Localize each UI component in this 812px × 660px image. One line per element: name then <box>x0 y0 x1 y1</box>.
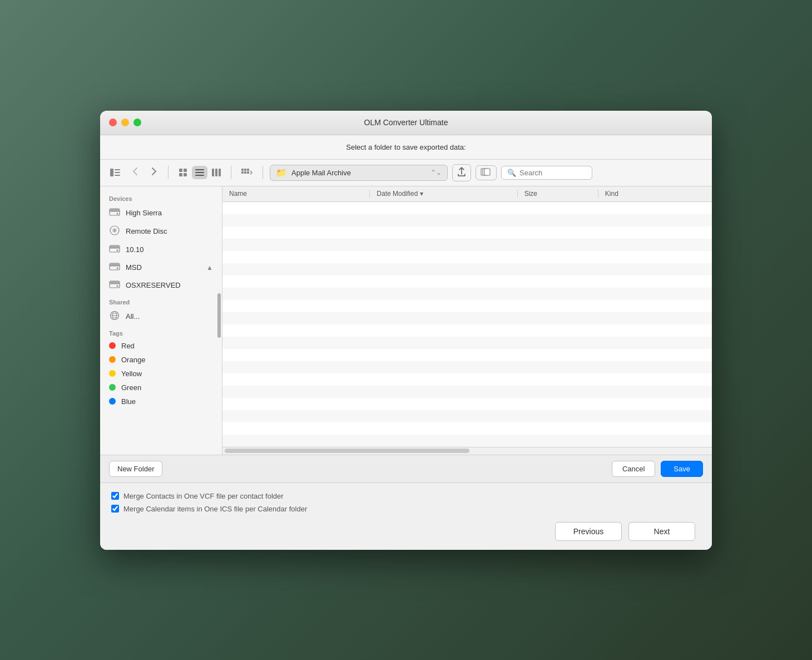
save-button[interactable]: Save <box>661 461 703 477</box>
col-kind: Kind <box>598 190 712 198</box>
merge-vcf-checkbox[interactable] <box>111 492 119 500</box>
separator-1 <box>168 166 169 179</box>
view-columns-button[interactable] <box>209 166 224 179</box>
previous-button[interactable]: Previous <box>555 522 622 541</box>
network-icon <box>109 311 120 323</box>
location-name: Apple Mail Archive <box>291 169 426 177</box>
file-row[interactable] <box>222 386 712 398</box>
share-button[interactable] <box>452 164 471 181</box>
column-header: Name Date Modified ▾ Size Kind <box>222 186 712 202</box>
toggle-sidebar-button[interactable] <box>107 166 123 179</box>
sidebar-item-label: High Sierra <box>126 209 213 217</box>
sidebar-item-label: 10.10 <box>126 245 213 254</box>
hard-drive-icon <box>109 207 120 219</box>
svg-point-29 <box>114 229 116 231</box>
svg-rect-19 <box>247 171 249 174</box>
file-list: Name Date Modified ▾ Size Kind <box>222 186 712 455</box>
file-row[interactable] <box>222 410 712 422</box>
tags-label: Tags <box>100 326 222 339</box>
file-row[interactable] <box>222 263 712 275</box>
sidebar-item-blue[interactable]: Blue <box>100 395 222 408</box>
view-list-button[interactable] <box>192 166 207 179</box>
merge-vcf-label: Merge Contacts in One VCF file per conta… <box>123 492 284 500</box>
bottom-actions: Cancel Save <box>612 461 703 477</box>
sidebar-item-label: All... <box>126 312 213 321</box>
svg-rect-15 <box>244 169 246 171</box>
sidebar-item-all[interactable]: All... <box>100 308 222 326</box>
window-title: OLM Converter Ultimate <box>364 118 448 127</box>
file-row[interactable] <box>222 324 712 337</box>
sort-arrow: ▾ <box>420 190 423 198</box>
file-row[interactable] <box>222 300 712 312</box>
tag-button[interactable] <box>476 165 497 180</box>
checkbox-row-1: Merge Contacts in One VCF file per conta… <box>111 492 701 500</box>
col-size[interactable]: Size <box>518 190 598 198</box>
file-row[interactable] <box>222 214 712 226</box>
new-folder-button[interactable]: New Folder <box>109 461 162 477</box>
svg-rect-14 <box>241 169 244 171</box>
file-row[interactable] <box>222 361 712 373</box>
file-row[interactable] <box>222 226 712 239</box>
file-row[interactable] <box>222 422 712 435</box>
sidebar-item-1010[interactable]: 10.10 <box>100 241 222 259</box>
toolbar: 📁 Apple Mail Archive ⌃⌄ 🔍 <box>100 160 712 186</box>
sidebar-item-orange[interactable]: Orange <box>100 353 222 367</box>
sidebar-scrollbar[interactable] <box>217 293 221 401</box>
sidebar-item-green[interactable]: Green <box>100 381 222 395</box>
file-row[interactable] <box>222 312 712 324</box>
merge-ics-checkbox[interactable] <box>111 505 119 513</box>
sidebar-item-label: Orange <box>121 356 213 364</box>
file-row[interactable] <box>222 435 712 447</box>
file-row[interactable] <box>222 349 712 361</box>
hard-drive-icon-2 <box>109 244 120 256</box>
search-bar[interactable]: 🔍 <box>501 166 592 180</box>
next-button[interactable]: Next <box>628 522 695 541</box>
col-date[interactable]: Date Modified ▾ <box>370 190 517 198</box>
gallery-view-button[interactable] <box>238 166 256 179</box>
view-icons-button[interactable] <box>175 166 191 179</box>
sidebar-item-yellow[interactable]: Yellow <box>100 367 222 381</box>
eject-icon[interactable]: ▲ <box>206 264 213 272</box>
svg-point-41 <box>117 285 118 287</box>
sidebar-item-label: OSXRESERVED <box>126 281 213 289</box>
green-tag-dot <box>109 384 116 391</box>
svg-rect-6 <box>179 173 182 176</box>
file-row[interactable] <box>222 337 712 349</box>
file-row[interactable] <box>222 202 712 214</box>
svg-point-33 <box>117 249 118 251</box>
search-input[interactable] <box>519 169 586 177</box>
svg-rect-31 <box>110 245 120 248</box>
back-button[interactable] <box>128 165 142 180</box>
close-button[interactable] <box>109 119 117 126</box>
minimize-button[interactable] <box>121 119 129 126</box>
sidebar-item-red[interactable]: Red <box>100 339 222 353</box>
file-row[interactable] <box>222 373 712 386</box>
file-row[interactable] <box>222 239 712 251</box>
file-row[interactable] <box>222 288 712 300</box>
file-row[interactable] <box>222 251 712 263</box>
horizontal-scrollbar[interactable] <box>222 447 712 455</box>
sidebar-item-high-sierra[interactable]: High Sierra <box>100 204 222 222</box>
sidebar-item-label: Yellow <box>121 370 213 378</box>
sidebar-item-osxreserved[interactable]: OSXRESERVED <box>100 277 222 294</box>
titlebar-buttons <box>109 119 141 126</box>
file-row[interactable] <box>222 275 712 288</box>
svg-rect-3 <box>115 175 120 176</box>
cancel-button[interactable]: Cancel <box>612 461 655 477</box>
forward-button[interactable] <box>147 165 161 180</box>
file-rows <box>222 202 712 447</box>
sidebar-item-label: Blue <box>121 397 213 406</box>
location-bar[interactable]: 📁 Apple Mail Archive ⌃⌄ <box>270 165 448 181</box>
svg-rect-11 <box>212 169 214 176</box>
main-area: Devices High Sierra <box>100 186 712 455</box>
svg-rect-22 <box>484 169 490 175</box>
maximize-button[interactable] <box>133 119 141 126</box>
col-name[interactable]: Name <box>222 190 370 198</box>
sidebar-item-msd[interactable]: MSD ▲ <box>100 259 222 277</box>
sidebar-item-label: Red <box>121 342 213 350</box>
instruction-text: Select a folder to save exported data: <box>100 135 712 160</box>
file-row[interactable] <box>222 398 712 410</box>
folder-icon: 📁 <box>276 168 287 178</box>
sidebar: Devices High Sierra <box>100 186 222 455</box>
sidebar-item-remote-disc[interactable]: Remote Disc <box>100 222 222 241</box>
